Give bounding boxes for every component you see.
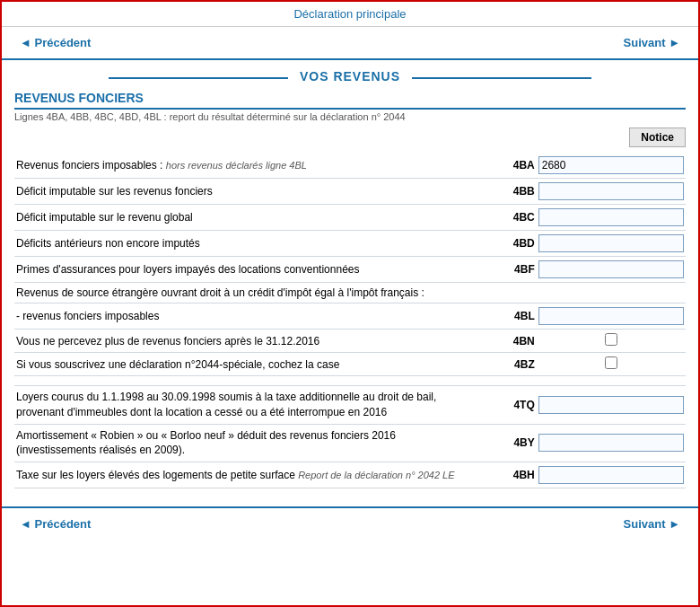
row-input-cell — [537, 257, 686, 283]
table-row: Déficit imputable sur les revenus foncie… — [14, 179, 686, 205]
table-row: Déficits antérieurs non encore imputés 4… — [14, 231, 686, 257]
input-4bf[interactable] — [538, 260, 684, 278]
row-label: Loyers courus du 1.1.1998 au 30.09.1998 … — [14, 386, 477, 425]
checkbox-4bn[interactable] — [605, 333, 617, 346]
revenus-fonciers-subtitle: Lignes 4BA, 4BB, 4BC, 4BD, 4BL : report … — [14, 111, 686, 122]
section-title-vos-revenus: VOS REVENUS — [2, 60, 698, 91]
input-4bh[interactable] — [538, 466, 684, 484]
revenus-fonciers-heading: REVENUS FONCIERS — [14, 91, 686, 110]
row-label: Si vous souscrivez une déclaration n°204… — [14, 353, 477, 376]
row-input-cell — [537, 205, 686, 231]
row-label: Amortissement « Robien » ou « Borloo neu… — [14, 424, 477, 462]
table-row: Revenus fonciers imposables : hors reven… — [14, 153, 686, 179]
input-4tq[interactable] — [538, 396, 684, 414]
input-4bc[interactable] — [538, 208, 684, 226]
input-4bb[interactable] — [538, 182, 684, 200]
input-4ba[interactable] — [538, 156, 684, 174]
row-label: Revenus de source étrangère ouvrant droi… — [14, 283, 686, 304]
prev-button-bottom[interactable]: ◄ Précédent — [20, 517, 91, 531]
header-title: Déclaration principale — [293, 7, 406, 21]
spacer-row — [14, 376, 686, 386]
row-code: 4TQ — [477, 386, 536, 425]
prev-button[interactable]: ◄ Précédent — [20, 36, 91, 49]
row-input-cell — [537, 424, 686, 462]
row-input-cell — [537, 462, 686, 488]
row-input-cell — [537, 231, 686, 257]
bottom-nav: ◄ Précédent Suivant ► — [2, 506, 698, 540]
row-label: Revenus fonciers imposables : hors reven… — [14, 153, 477, 179]
row-input-cell — [537, 304, 686, 330]
form-table: Revenus fonciers imposables : hors reven… — [14, 153, 686, 488]
row-code: 4BB — [477, 179, 536, 205]
row-label: Primes d'assurances pour loyers impayés … — [14, 257, 477, 283]
row-label: Déficit imputable sur les revenus foncie… — [14, 179, 477, 205]
table-row: Déficit imputable sur le revenu global 4… — [14, 205, 686, 231]
row-code: 4BZ — [477, 353, 536, 376]
row-code: 4BN — [477, 330, 536, 353]
table-row: Vous ne percevez plus de revenus foncier… — [14, 330, 686, 353]
row-label: Vous ne percevez plus de revenus foncier… — [14, 330, 477, 353]
table-row: - revenus fonciers imposables 4BL — [14, 304, 686, 330]
notice-button[interactable]: Notice — [629, 128, 686, 147]
content-area: REVENUS FONCIERS Lignes 4BA, 4BB, 4BC, 4… — [2, 91, 698, 497]
row-label: Déficit imputable sur le revenu global — [14, 205, 477, 231]
row-checkbox-cell — [537, 330, 686, 353]
table-row: Revenus de source étrangère ouvrant droi… — [14, 283, 686, 304]
table-row: Loyers courus du 1.1.1998 au 30.09.1998 … — [14, 386, 686, 425]
table-row: Primes d'assurances pour loyers impayés … — [14, 257, 686, 283]
table-row: Amortissement « Robien » ou « Borloo neu… — [14, 424, 686, 462]
top-nav: ◄ Précédent Suivant ► — [2, 27, 698, 60]
row-input-cell — [537, 179, 686, 205]
row-code: 4BF — [477, 257, 536, 283]
input-4bl[interactable] — [538, 307, 684, 325]
row-code: 4BL — [477, 304, 536, 330]
row-input-cell — [537, 386, 686, 425]
row-label: Déficits antérieurs non encore imputés — [14, 231, 477, 257]
table-row: Taxe sur les loyers élevés des logements… — [14, 462, 686, 488]
row-label: - revenus fonciers imposables — [14, 304, 477, 330]
checkbox-4bz[interactable] — [605, 356, 617, 369]
row-checkbox-cell — [537, 353, 686, 376]
row-code: 4BD — [477, 231, 536, 257]
table-row: Si vous souscrivez une déclaration n°204… — [14, 353, 686, 376]
notice-row: Notice — [14, 128, 686, 147]
next-button-bottom[interactable]: Suivant ► — [624, 517, 680, 531]
next-button[interactable]: Suivant ► — [624, 36, 680, 49]
input-4bd[interactable] — [538, 234, 684, 252]
row-code: 4BA — [477, 153, 536, 179]
row-code: 4BY — [477, 424, 536, 462]
input-4by[interactable] — [538, 434, 684, 452]
row-code: 4BH — [477, 462, 536, 488]
row-code: 4BC — [477, 205, 536, 231]
row-input-cell — [537, 153, 686, 179]
row-label: Taxe sur les loyers élevés des logements… — [14, 462, 477, 488]
page-header: Déclaration principale — [2, 2, 698, 27]
